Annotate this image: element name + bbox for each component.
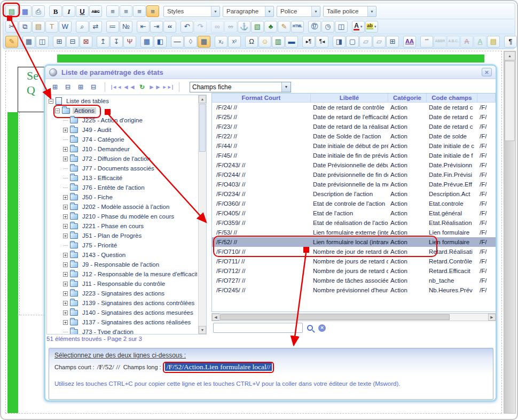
tree-item[interactable]: +J9 - Responsable de l'action bbox=[48, 260, 197, 269]
tree-item[interactable]: +J50 - Fiche bbox=[48, 192, 197, 202]
insert-date-button[interactable]: ⑰ bbox=[308, 21, 321, 33]
table-row[interactable]: /F/24/ //Date de retard de contrôleActio… bbox=[212, 103, 496, 112]
tree-item[interactable]: J76 - Entête de l'action bbox=[48, 183, 197, 192]
doc-properties-button[interactable]: ▤ bbox=[487, 36, 500, 48]
ltr-button[interactable]: ▸¶ bbox=[302, 36, 315, 48]
tree-expander-icon[interactable]: + bbox=[63, 291, 68, 296]
templates-button[interactable]: ▤ bbox=[5, 5, 18, 17]
tree-expander-icon[interactable]: + bbox=[63, 301, 68, 306]
insert-column-before-button[interactable]: ↥ bbox=[97, 36, 109, 48]
table-row[interactable]: /F/O405/ //Etat de l'actionActionEtat.gé… bbox=[212, 208, 496, 218]
grid-horizontal-scrollbar[interactable]: ◀ ▶ bbox=[211, 313, 496, 321]
tree-item[interactable]: −Actions bbox=[48, 106, 197, 115]
tree-expander-icon[interactable]: + bbox=[63, 262, 68, 267]
close-button[interactable]: ✕ bbox=[482, 68, 492, 76]
tree-scrollbar-thumb[interactable] bbox=[199, 104, 206, 152]
subscript-button[interactable]: x₂ bbox=[215, 36, 227, 48]
refresh-button[interactable]: ↻ bbox=[136, 82, 148, 92]
paste-word-button[interactable]: W bbox=[59, 21, 72, 33]
expand-button[interactable]: ⊞ bbox=[74, 82, 87, 92]
table-row[interactable]: /F/45/ //Date initiale de fin de prévisi… bbox=[212, 151, 496, 160]
indent-button[interactable]: ⇥ bbox=[150, 21, 163, 33]
bold-button[interactable]: B bbox=[49, 5, 62, 17]
scroll-up-icon[interactable]: ▲ bbox=[504, 51, 515, 60]
tree-item[interactable]: +J143 - Question bbox=[48, 250, 197, 260]
tree-expander-icon[interactable]: + bbox=[63, 214, 68, 219]
numbered-list-button[interactable]: № bbox=[120, 21, 132, 33]
layer-button[interactable]: ▱ bbox=[359, 36, 372, 48]
clear-search-icon[interactable]: ✕ bbox=[318, 324, 326, 332]
paste-button[interactable]: ▤ bbox=[32, 21, 45, 33]
preview-button[interactable]: ◫ bbox=[335, 21, 348, 33]
table-row[interactable]: /F/O360/ //Etat de controle de l'actionA… bbox=[212, 199, 496, 208]
field-type-select[interactable]: Champs fiche ▼ bbox=[190, 82, 291, 92]
save-button[interactable]: ▦ bbox=[19, 5, 32, 17]
insert-time-button[interactable]: ◷ bbox=[321, 21, 334, 33]
search-icon[interactable] bbox=[307, 325, 313, 331]
eraser-button[interactable]: ◊ bbox=[184, 36, 197, 48]
expand-all-button[interactable]: ⊞ bbox=[49, 82, 61, 92]
html-button[interactable]: HTML bbox=[291, 21, 304, 33]
insert-table-button[interactable]: ▦ bbox=[140, 36, 153, 48]
table-row[interactable]: /F/44/ //Date initiale de début de prévi… bbox=[212, 141, 496, 151]
cut-button[interactable]: ✂ bbox=[5, 21, 18, 33]
insert-row-before-button[interactable]: ⊞ bbox=[53, 36, 66, 48]
horizontal-rule-button[interactable]: — bbox=[171, 36, 184, 48]
tree-item[interactable]: J225 - Action d'origine bbox=[48, 115, 197, 125]
grid-column-header[interactable]: Format Court bbox=[212, 94, 311, 102]
short-field-value[interactable]: /F/52/ // bbox=[97, 363, 120, 371]
flash-button[interactable]: ▬ bbox=[285, 36, 298, 48]
table-properties-button[interactable]: ◧ bbox=[154, 36, 167, 48]
italic-button[interactable]: I bbox=[62, 5, 75, 17]
dialog-titlebar[interactable]: Liste de paramétrage des états ✕ bbox=[45, 66, 496, 79]
paste-text-button[interactable]: T bbox=[45, 21, 58, 33]
anchor-button[interactable]: ⚓ bbox=[238, 21, 250, 33]
align-right-button[interactable]: ≡ bbox=[133, 5, 146, 17]
strikethrough-button[interactable]: ABC bbox=[89, 5, 102, 17]
outdent-button[interactable]: ⇤ bbox=[137, 21, 150, 33]
grid-column-header[interactable] bbox=[477, 94, 496, 102]
superscript-button[interactable]: x² bbox=[228, 36, 241, 48]
table-row[interactable]: /F/25/ //Date de retard de l'efficacitéA… bbox=[212, 112, 496, 122]
bullet-list-button[interactable]: ≔ bbox=[106, 21, 119, 33]
replace-button[interactable]: ⇄ bbox=[89, 21, 102, 33]
table-row[interactable]: /F/O403/ //Date prévisionnelle de la mes… bbox=[212, 180, 496, 189]
tree-item[interactable]: J13 - Efficacité bbox=[48, 173, 197, 183]
tree-expander-icon[interactable]: + bbox=[63, 310, 68, 315]
scroll-left-icon[interactable]: ◀ bbox=[212, 314, 219, 321]
select-all-button[interactable]: ▢ bbox=[346, 36, 359, 48]
table-row[interactable]: /F/O712/ //Nombre de jours de retard de … bbox=[212, 266, 496, 276]
tree-item[interactable]: J74 - Catégorie bbox=[48, 135, 197, 144]
clean-button[interactable]: ✎ bbox=[278, 21, 291, 33]
tree-item[interactable]: +J221 - Phase en cours bbox=[48, 221, 197, 231]
delete-row-button[interactable]: ⊠ bbox=[80, 36, 92, 48]
underline-button[interactable]: U bbox=[76, 5, 89, 17]
tree-expander-icon[interactable]: − bbox=[55, 108, 60, 113]
table-row[interactable]: /F/O245/ //Nombre prévisionnel d'heures … bbox=[212, 285, 496, 295]
search-input[interactable] bbox=[213, 323, 303, 333]
tree-expander-icon[interactable]: + bbox=[63, 195, 68, 200]
grid-column-header[interactable]: Code champs bbox=[427, 94, 477, 102]
media-button[interactable]: ▥ bbox=[272, 36, 285, 48]
print-button[interactable]: ⎙ bbox=[32, 5, 45, 17]
page-scrollbar[interactable]: ▲ bbox=[504, 51, 516, 414]
table-row[interactable]: /F/O359/ //Etat de réalisation de l'acti… bbox=[212, 218, 496, 228]
tree-expander-icon[interactable]: + bbox=[63, 282, 68, 286]
tree-item[interactable]: +J223 - Signataires des actions bbox=[48, 289, 197, 298]
special-char-button[interactable]: Ω bbox=[245, 36, 258, 48]
align-center-button[interactable]: ≡ bbox=[120, 5, 132, 17]
table-row[interactable]: /F/O727/ //Nombre de tâches associées à … bbox=[212, 276, 496, 285]
grid-column-header[interactable]: Libellé bbox=[311, 94, 388, 102]
find-button[interactable]: ⌕ bbox=[76, 21, 89, 33]
table-row[interactable]: /F/O243/ //Date Prévisionnelle de début … bbox=[212, 160, 496, 170]
tree-scrollbar[interactable]: ▲ ▼ bbox=[198, 95, 206, 334]
smiley-button[interactable]: ☺ bbox=[258, 36, 271, 48]
tree-expander-icon[interactable]: + bbox=[63, 128, 68, 133]
font-size-select[interactable]: Taille police▼ bbox=[323, 6, 376, 17]
tree-expander-icon[interactable]: + bbox=[63, 224, 68, 229]
edit-form-button[interactable]: ✎ bbox=[5, 36, 18, 48]
font-effects-button[interactable]: AA bbox=[403, 36, 416, 48]
justify-button[interactable]: ≡ bbox=[146, 5, 159, 17]
tree-expander-icon[interactable]: + bbox=[63, 320, 68, 325]
tree-item[interactable]: J75 - Priorité bbox=[48, 240, 197, 250]
